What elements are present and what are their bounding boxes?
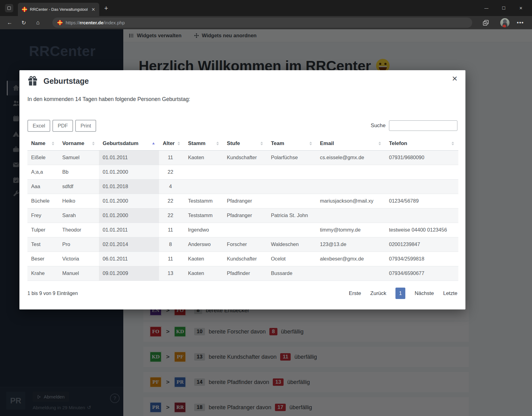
export-print-button[interactable]: Print — [75, 120, 96, 132]
table-cell: Krahe — [27, 266, 59, 281]
search-label: Suche — [371, 123, 386, 129]
table-cell: Manuel — [59, 266, 99, 281]
tab-actions-icon[interactable] — [5, 4, 13, 12]
pagination-page-1[interactable]: 1 — [395, 288, 405, 299]
table-cell — [385, 208, 458, 223]
table-cell: 01234/56789 — [385, 194, 458, 208]
column-header-alter[interactable]: Alter — [159, 137, 184, 150]
collections-icon[interactable] — [480, 18, 492, 28]
refresh-button[interactable]: ↻ — [17, 19, 31, 26]
browser-tab[interactable]: RRCenter - Das Verwaltungstool ✕ — [18, 3, 99, 16]
table-cell: 13 — [159, 266, 184, 281]
table-cell: 123@13.de — [316, 237, 385, 252]
birthdays-table: NameVornameGeburtsdatumAlterStammStufeTe… — [27, 137, 458, 281]
pagination-next[interactable]: Nächste — [415, 290, 434, 297]
column-header-geburtsdatum[interactable]: Geburtsdatum — [99, 137, 159, 150]
table-cell: Heiko — [59, 194, 99, 208]
table-cell: Samuel — [59, 150, 99, 165]
column-header-telefon[interactable]: Telefon — [385, 137, 458, 150]
table-cell: Kundschafter — [223, 252, 267, 266]
url-text: https://rrcenter.de/index.php — [66, 20, 125, 25]
table-cell — [316, 266, 385, 281]
window-maximize-button[interactable]: ☐ — [495, 6, 512, 10]
url-favicon — [57, 20, 63, 25]
sort-arrows-icon[interactable] — [260, 142, 263, 145]
table-cell: Teststamm — [184, 194, 223, 208]
table-cell: Kaoten — [184, 150, 223, 165]
table-cell: Frey — [27, 208, 59, 223]
pagination-previous[interactable]: Zurück — [370, 290, 386, 297]
window-minimize-button[interactable]: — — [478, 6, 495, 10]
table-cell: Büchele — [27, 194, 59, 208]
export-excel-button[interactable]: Excel — [27, 120, 50, 132]
back-button[interactable]: ← — [2, 19, 17, 26]
sort-arrows-icon[interactable] — [216, 142, 219, 145]
table-cell: 01.01.2011 — [99, 150, 159, 165]
home-button[interactable]: ⌂ — [31, 19, 45, 26]
sort-arrows-icon[interactable] — [309, 142, 312, 145]
table-cell: 09.01.2009 — [99, 266, 159, 281]
table-cell: Bussarde — [267, 266, 316, 281]
birthdays-modal: Geburtstage × In den kommenden 14 Tagen … — [19, 70, 465, 309]
table-row: Aaasdfdf01.01.20184 — [27, 179, 458, 194]
table-cell: 07931/9680090 — [385, 150, 458, 165]
browser-profile-avatar[interactable] — [499, 18, 511, 28]
export-pdf-button[interactable]: PDF — [52, 120, 73, 132]
table-cell: 11 — [159, 252, 184, 266]
sort-arrows-icon[interactable] — [52, 142, 54, 145]
table-cell: 02001239847 — [385, 237, 458, 252]
pagination-first[interactable]: Erste — [349, 290, 361, 297]
table-cell — [267, 194, 316, 208]
modal-close-icon[interactable]: × — [452, 74, 457, 83]
table-cell: 01.01.2018 — [99, 179, 159, 194]
table-cell: 07934/2599818 — [385, 252, 458, 266]
table-cell: Pro — [59, 237, 99, 252]
sort-arrows-icon[interactable] — [152, 142, 155, 144]
table-cell: Sarah — [59, 208, 99, 223]
table-cell: Waldeschen — [267, 237, 316, 252]
new-tab-button[interactable]: + — [104, 5, 108, 12]
modal-title: Geburtstage — [43, 77, 89, 86]
window-close-button[interactable]: ✕ — [512, 6, 530, 10]
table-cell: 4 — [159, 179, 184, 194]
table-cell: Polarfüchse — [267, 150, 316, 165]
sort-arrows-icon[interactable] — [379, 142, 381, 145]
table-row: A;a,aBb01.01.200022 — [27, 165, 458, 179]
table-cell: alexbeser@gmx.de — [316, 252, 385, 266]
column-header-team[interactable]: Team — [267, 137, 316, 150]
column-header-name[interactable]: Name — [27, 137, 59, 150]
table-cell — [267, 223, 316, 237]
table-cell: 22 — [159, 194, 184, 208]
sort-arrows-icon[interactable] — [92, 142, 95, 145]
table-cell — [316, 208, 385, 223]
column-header-vorname[interactable]: Vorname — [59, 137, 99, 150]
table-cell: 01.01.2000 — [99, 194, 159, 208]
table-cell: Pfadranger — [223, 208, 267, 223]
table-cell: Kundschafter — [223, 150, 267, 165]
column-header-email[interactable]: Email — [316, 137, 385, 150]
column-header-stamm[interactable]: Stamm — [184, 137, 223, 150]
table-cell: 01.01.2011 — [99, 223, 159, 237]
table-cell — [267, 179, 316, 194]
browser-menu-dots-icon[interactable]: ••• — [514, 18, 526, 28]
column-header-stufe[interactable]: Stufe — [223, 137, 267, 150]
table-cell: 07934/6590677 — [385, 266, 458, 281]
table-cell: Victoria — [59, 252, 99, 266]
table-row: KraheManuel09.01.200913KaotenPfadfinderB… — [27, 266, 458, 281]
table-cell: 22 — [159, 165, 184, 179]
table-cell: 02.01.2014 — [99, 237, 159, 252]
table-cell — [184, 165, 223, 179]
sort-arrows-icon[interactable] — [452, 142, 454, 145]
table-cell: 01.01.2000 — [99, 165, 159, 179]
table-cell: 06.01.2011 — [99, 252, 159, 266]
table-cell — [223, 179, 267, 194]
address-bar[interactable]: https://rrcenter.de/index.php — [52, 18, 472, 28]
tab-close-icon[interactable]: ✕ — [90, 7, 96, 12]
table-cell: Theodor — [59, 223, 99, 237]
table-info-text: 1 bis 9 von 9 Einträgen — [27, 291, 78, 296]
search-input[interactable] — [389, 120, 457, 131]
sort-arrows-icon[interactable] — [178, 142, 180, 145]
pagination-last[interactable]: Letzte — [443, 290, 457, 297]
table-cell — [385, 165, 458, 179]
table-cell: Beser — [27, 252, 59, 266]
